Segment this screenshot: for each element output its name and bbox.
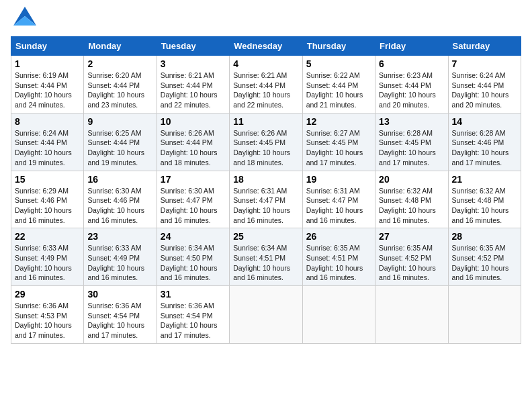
calendar-day-cell: 24 Sunrise: 6:34 AM Sunset: 4:50 PM Dayl… bbox=[157, 228, 229, 286]
day-number: 15 bbox=[15, 174, 80, 185]
calendar-day-cell: 17 Sunrise: 6:30 AM Sunset: 4:47 PM Dayl… bbox=[157, 171, 229, 228]
day-info: Sunrise: 6:32 AM Sunset: 4:48 PM Dayligh… bbox=[452, 186, 517, 226]
day-number: 12 bbox=[306, 116, 371, 127]
day-info: Sunrise: 6:28 AM Sunset: 4:46 PM Dayligh… bbox=[452, 128, 517, 168]
calendar-day-cell: 25 Sunrise: 6:34 AM Sunset: 4:51 PM Dayl… bbox=[230, 228, 302, 286]
day-of-week-header: Thursday bbox=[302, 37, 375, 56]
calendar-week-row: 29 Sunrise: 6:36 AM Sunset: 4:53 PM Dayl… bbox=[11, 286, 521, 344]
day-number: 5 bbox=[306, 58, 371, 69]
calendar-day-cell: 6 Sunrise: 6:23 AM Sunset: 4:44 PM Dayli… bbox=[375, 56, 448, 113]
day-info: Sunrise: 6:33 AM Sunset: 4:49 PM Dayligh… bbox=[15, 243, 80, 283]
calendar-day-cell: 7 Sunrise: 6:24 AM Sunset: 4:44 PM Dayli… bbox=[448, 56, 521, 113]
calendar-week-row: 8 Sunrise: 6:24 AM Sunset: 4:44 PM Dayli… bbox=[11, 113, 521, 171]
calendar-week-row: 15 Sunrise: 6:29 AM Sunset: 4:46 PM Dayl… bbox=[11, 171, 521, 228]
calendar-day-cell: 3 Sunrise: 6:21 AM Sunset: 4:44 PM Dayli… bbox=[157, 56, 229, 113]
day-of-week-header: Friday bbox=[375, 37, 448, 56]
calendar-day-cell bbox=[448, 286, 521, 344]
day-number: 8 bbox=[15, 116, 80, 127]
day-of-week-header: Sunday bbox=[11, 37, 84, 56]
day-info: Sunrise: 6:29 AM Sunset: 4:46 PM Dayligh… bbox=[15, 186, 80, 226]
day-info: Sunrise: 6:23 AM Sunset: 4:44 PM Dayligh… bbox=[379, 71, 444, 110]
day-number: 1 bbox=[15, 58, 80, 69]
calendar-day-cell: 19 Sunrise: 6:31 AM Sunset: 4:47 PM Dayl… bbox=[302, 171, 375, 228]
day-number: 9 bbox=[87, 116, 152, 127]
day-info: Sunrise: 6:26 AM Sunset: 4:45 PM Dayligh… bbox=[233, 128, 298, 168]
day-info: Sunrise: 6:33 AM Sunset: 4:49 PM Dayligh… bbox=[87, 243, 152, 283]
day-number: 28 bbox=[452, 231, 517, 242]
day-info: Sunrise: 6:24 AM Sunset: 4:44 PM Dayligh… bbox=[15, 128, 80, 168]
day-number: 7 bbox=[452, 58, 517, 69]
day-number: 18 bbox=[233, 174, 298, 185]
day-number: 27 bbox=[379, 231, 444, 242]
day-number: 19 bbox=[306, 174, 371, 185]
day-info: Sunrise: 6:34 AM Sunset: 4:51 PM Dayligh… bbox=[233, 243, 298, 283]
calendar-day-cell: 31 Sunrise: 6:36 AM Sunset: 4:54 PM Dayl… bbox=[157, 286, 229, 344]
calendar-day-cell: 28 Sunrise: 6:35 AM Sunset: 4:52 PM Dayl… bbox=[448, 228, 521, 286]
day-info: Sunrise: 6:25 AM Sunset: 4:44 PM Dayligh… bbox=[87, 128, 152, 168]
day-of-week-header: Wednesday bbox=[230, 37, 302, 56]
calendar-day-cell: 8 Sunrise: 6:24 AM Sunset: 4:44 PM Dayli… bbox=[11, 113, 84, 171]
calendar-day-cell: 27 Sunrise: 6:35 AM Sunset: 4:52 PM Dayl… bbox=[375, 228, 448, 286]
day-info: Sunrise: 6:28 AM Sunset: 4:45 PM Dayligh… bbox=[379, 128, 444, 168]
day-number: 10 bbox=[161, 116, 226, 127]
day-info: Sunrise: 6:32 AM Sunset: 4:48 PM Dayligh… bbox=[379, 186, 444, 226]
day-number: 23 bbox=[87, 231, 152, 242]
day-number: 2 bbox=[87, 58, 152, 69]
calendar-day-cell: 14 Sunrise: 6:28 AM Sunset: 4:46 PM Dayl… bbox=[448, 113, 521, 171]
day-info: Sunrise: 6:21 AM Sunset: 4:44 PM Dayligh… bbox=[161, 71, 226, 110]
day-info: Sunrise: 6:27 AM Sunset: 4:45 PM Dayligh… bbox=[306, 128, 371, 168]
calendar-day-cell: 1 Sunrise: 6:19 AM Sunset: 4:44 PM Dayli… bbox=[11, 56, 84, 113]
calendar-day-cell: 30 Sunrise: 6:36 AM Sunset: 4:54 PM Dayl… bbox=[84, 286, 157, 344]
day-info: Sunrise: 6:36 AM Sunset: 4:54 PM Dayligh… bbox=[161, 301, 226, 340]
calendar-week-row: 22 Sunrise: 6:33 AM Sunset: 4:49 PM Dayl… bbox=[11, 228, 521, 286]
day-info: Sunrise: 6:35 AM Sunset: 4:52 PM Dayligh… bbox=[452, 243, 517, 283]
day-info: Sunrise: 6:26 AM Sunset: 4:44 PM Dayligh… bbox=[161, 128, 226, 168]
day-info: Sunrise: 6:19 AM Sunset: 4:44 PM Dayligh… bbox=[15, 71, 80, 110]
day-info: Sunrise: 6:34 AM Sunset: 4:50 PM Dayligh… bbox=[161, 243, 226, 283]
logo-icon bbox=[13, 7, 36, 28]
calendar-day-cell: 29 Sunrise: 6:36 AM Sunset: 4:53 PM Dayl… bbox=[11, 286, 84, 344]
day-number: 21 bbox=[452, 174, 517, 185]
calendar-day-cell: 10 Sunrise: 6:26 AM Sunset: 4:44 PM Dayl… bbox=[157, 113, 229, 171]
day-number: 14 bbox=[452, 116, 517, 127]
day-number: 26 bbox=[306, 231, 371, 242]
day-info: Sunrise: 6:24 AM Sunset: 4:44 PM Dayligh… bbox=[452, 71, 517, 110]
calendar-day-cell: 18 Sunrise: 6:31 AM Sunset: 4:47 PM Dayl… bbox=[230, 171, 302, 228]
calendar-day-cell: 22 Sunrise: 6:33 AM Sunset: 4:49 PM Dayl… bbox=[11, 228, 84, 286]
day-info: Sunrise: 6:22 AM Sunset: 4:44 PM Dayligh… bbox=[306, 71, 371, 110]
day-number: 30 bbox=[87, 289, 152, 300]
day-number: 13 bbox=[379, 116, 444, 127]
calendar-table: SundayMondayTuesdayWednesdayThursdayFrid… bbox=[11, 36, 521, 344]
day-number: 29 bbox=[15, 289, 80, 300]
day-number: 4 bbox=[233, 58, 298, 69]
day-of-week-header: Saturday bbox=[448, 37, 521, 56]
day-number: 6 bbox=[379, 58, 444, 69]
calendar-day-cell: 4 Sunrise: 6:21 AM Sunset: 4:44 PM Dayli… bbox=[230, 56, 302, 113]
day-number: 22 bbox=[15, 231, 80, 242]
page-header bbox=[11, 11, 521, 28]
day-number: 24 bbox=[161, 231, 226, 242]
calendar-day-cell bbox=[302, 286, 375, 344]
day-of-week-header: Tuesday bbox=[157, 37, 229, 56]
calendar-header-row: SundayMondayTuesdayWednesdayThursdayFrid… bbox=[11, 37, 521, 56]
calendar-day-cell: 2 Sunrise: 6:20 AM Sunset: 4:44 PM Dayli… bbox=[84, 56, 157, 113]
calendar-day-cell bbox=[230, 286, 302, 344]
calendar-day-cell: 20 Sunrise: 6:32 AM Sunset: 4:48 PM Dayl… bbox=[375, 171, 448, 228]
day-number: 20 bbox=[379, 174, 444, 185]
calendar-day-cell: 15 Sunrise: 6:29 AM Sunset: 4:46 PM Dayl… bbox=[11, 171, 84, 228]
day-number: 11 bbox=[233, 116, 298, 127]
calendar-day-cell: 23 Sunrise: 6:33 AM Sunset: 4:49 PM Dayl… bbox=[84, 228, 157, 286]
day-info: Sunrise: 6:35 AM Sunset: 4:51 PM Dayligh… bbox=[306, 243, 371, 283]
calendar-day-cell: 5 Sunrise: 6:22 AM Sunset: 4:44 PM Dayli… bbox=[302, 56, 375, 113]
calendar-day-cell: 21 Sunrise: 6:32 AM Sunset: 4:48 PM Dayl… bbox=[448, 171, 521, 228]
day-info: Sunrise: 6:31 AM Sunset: 4:47 PM Dayligh… bbox=[233, 186, 298, 226]
calendar-day-cell: 26 Sunrise: 6:35 AM Sunset: 4:51 PM Dayl… bbox=[302, 228, 375, 286]
day-of-week-header: Monday bbox=[84, 37, 157, 56]
day-info: Sunrise: 6:30 AM Sunset: 4:47 PM Dayligh… bbox=[161, 186, 226, 226]
day-info: Sunrise: 6:36 AM Sunset: 4:54 PM Dayligh… bbox=[87, 301, 152, 340]
day-info: Sunrise: 6:30 AM Sunset: 4:46 PM Dayligh… bbox=[87, 186, 152, 226]
day-number: 3 bbox=[161, 58, 226, 69]
day-info: Sunrise: 6:20 AM Sunset: 4:44 PM Dayligh… bbox=[87, 71, 152, 110]
day-info: Sunrise: 6:21 AM Sunset: 4:44 PM Dayligh… bbox=[233, 71, 298, 110]
calendar-day-cell: 11 Sunrise: 6:26 AM Sunset: 4:45 PM Dayl… bbox=[230, 113, 302, 171]
